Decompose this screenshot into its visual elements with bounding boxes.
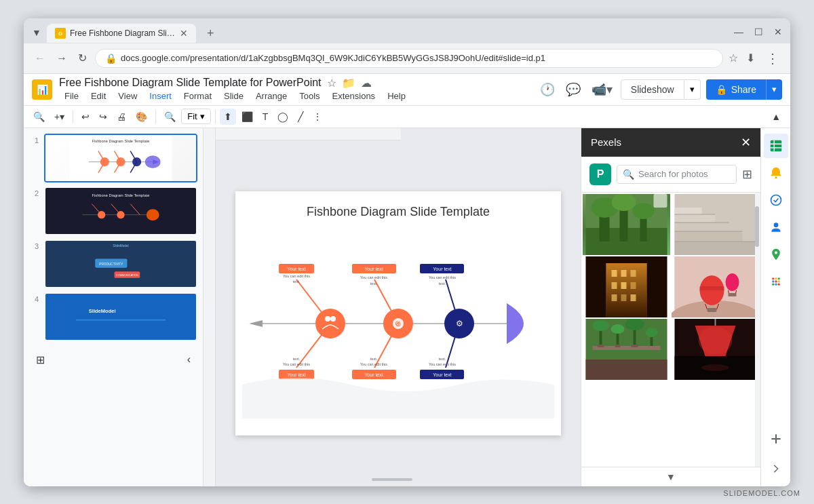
pexels-photo-3[interactable] [583, 256, 670, 317]
right-icon-chevron[interactable] [764, 457, 788, 481]
slides-toolbar: 🔍 +▾ ↩ ↪ 🖨 🎨 🔍 Fit ▾ ⬆ ⬛ T ◯ ╱ ⋮ ▲ [24, 106, 790, 128]
fit-dropdown[interactable]: Fit ▾ [181, 109, 210, 124]
print-btn[interactable]: 🖨 [113, 109, 130, 125]
bookmark-btn[interactable]: ☆ [729, 52, 738, 64]
more-btn[interactable]: ⋮ [763, 47, 782, 69]
right-icon-tasks[interactable] [764, 188, 788, 212]
slide-panel: 1 Fishbone Diagram Slide Template [24, 128, 204, 486]
svg-text:You can edit this: You can edit this [360, 362, 387, 366]
forward-btn[interactable]: → [54, 51, 70, 66]
svg-point-13 [145, 155, 161, 168]
svg-text:text.: text. [439, 357, 446, 361]
collapse-btn[interactable]: ▲ [767, 109, 785, 125]
slide-preview-3[interactable]: SlideModel PRODUCTIVITY COMMUNICATION [44, 239, 197, 288]
pexels-scrollbar-thumb[interactable] [755, 206, 759, 247]
slideshow-dropdown-btn[interactable]: ▾ [684, 79, 701, 100]
slideshow-btn[interactable]: Slideshow [621, 79, 684, 100]
pexels-title: Pexels [591, 136, 621, 148]
right-icon-add[interactable] [764, 427, 788, 451]
select-btn[interactable]: ⬛ [237, 109, 257, 125]
toolbar-sep-1 [73, 110, 73, 123]
svg-rect-114 [729, 293, 737, 296]
pexels-photo-1[interactable] [583, 194, 670, 255]
menu-arrange[interactable]: Arrange [250, 90, 292, 102]
svg-rect-127 [598, 345, 604, 347]
zoom-out-btn[interactable]: 🔍 [29, 109, 49, 125]
slides-title-area: Free Fishbone Diagram Slide Template for… [59, 77, 530, 102]
pexels-search-input[interactable]: 🔍 Search for photos [617, 165, 737, 184]
grid-view-btn[interactable]: ⊞ [32, 351, 49, 369]
undo-btn[interactable]: ↩ [77, 109, 94, 125]
cloud-icon[interactable]: ☁ [361, 77, 372, 90]
paint-btn[interactable]: 🎨 [132, 109, 151, 125]
pexels-scrollbar[interactable] [755, 193, 760, 467]
menu-tools[interactable]: Tools [294, 90, 325, 102]
cursor-btn[interactable]: ⬆ [220, 109, 236, 125]
svg-text:Your text: Your text [364, 372, 383, 377]
redo-btn[interactable]: ↪ [95, 109, 111, 125]
scroll-down-icon[interactable]: ▼ [666, 471, 676, 482]
pexels-photo-2[interactable] [672, 194, 759, 255]
share-dropdown-btn[interactable]: ▾ [766, 79, 782, 100]
search-icon: 🔍 [623, 169, 634, 180]
slide-preview-4[interactable]: SlideModel [44, 292, 197, 341]
pexels-photo-4[interactable] [672, 256, 759, 317]
star-icon[interactable]: ☆ [327, 77, 336, 90]
menu-insert[interactable]: Insert [144, 90, 177, 102]
window-close-btn[interactable]: ✕ [774, 26, 782, 37]
photo-5-img [583, 319, 670, 380]
window-maximize-btn[interactable]: ☐ [754, 26, 763, 37]
pexels-close-btn[interactable]: ✕ [741, 135, 751, 150]
history-btn[interactable]: 🕐 [537, 79, 558, 100]
svg-rect-101 [612, 294, 617, 301]
pexels-scroll-more[interactable]: ▼ [581, 467, 760, 486]
pexels-view-toggle-btn[interactable]: ⊞ [742, 167, 752, 182]
address-field[interactable]: 🔒 docs.google.com/presentation/d/1aKzgbb… [95, 49, 723, 68]
menu-slide[interactable]: Slide [218, 90, 249, 102]
more-apps-icon [769, 275, 783, 288]
nav-back-btn[interactable]: ▼ [32, 27, 41, 37]
right-toolbar [760, 128, 790, 486]
right-icon-sheets[interactable] [764, 134, 788, 158]
zoom-btn[interactable]: 🔍 [160, 109, 180, 125]
tab-close-btn[interactable]: ✕ [180, 28, 188, 38]
svg-point-80 [633, 203, 655, 219]
menu-format[interactable]: Format [178, 90, 217, 102]
text-btn[interactable]: T [258, 109, 273, 125]
menu-extensions[interactable]: Extensions [327, 90, 381, 102]
present-btn[interactable]: 📹▾ [589, 79, 615, 100]
svg-text:Fishbone Diagram Slide Templat: Fishbone Diagram Slide Template [92, 139, 150, 143]
svg-text:⚙: ⚙ [456, 319, 463, 328]
menu-edit[interactable]: Edit [85, 90, 111, 102]
slide-preview-1[interactable]: Fishbone Diagram Slide Template [44, 134, 197, 182]
menu-help[interactable]: Help [382, 90, 411, 102]
browser-tab-active[interactable]: G Free Fishbone Diagram Slide Te... ✕ [47, 24, 196, 43]
right-icon-maps[interactable] [764, 242, 788, 267]
right-icon-bell[interactable] [764, 161, 788, 185]
line-btn[interactable]: ╱ [294, 109, 307, 125]
comment-btn[interactable]: 💬 [563, 79, 583, 100]
slide-preview-2[interactable]: Fishbone Diagram Slide Template [44, 187, 197, 235]
folder-icon[interactable]: 📁 [342, 77, 355, 90]
window-controls: — ☐ ✕ [734, 26, 782, 40]
slide-canvas-title: Fishbone Diagram Slide Template [235, 191, 561, 226]
new-tab-btn[interactable]: + [201, 24, 220, 43]
pexels-photo-6[interactable] [672, 319, 759, 380]
shape-btn[interactable]: ◯ [273, 109, 292, 125]
right-icon-more[interactable] [764, 269, 788, 294]
downloads-btn[interactable]: ⬇ [743, 49, 758, 67]
slide-thumb-3: 3 SlideModel PRODUCTIVITY COMMUNICATION [29, 239, 197, 288]
collapse-panel-btn[interactable]: ‹ [183, 351, 195, 368]
pexels-photo-5[interactable] [583, 319, 670, 380]
back-btn[interactable]: ← [32, 51, 48, 66]
add-btn[interactable]: +▾ [50, 109, 69, 125]
refresh-btn[interactable]: ↻ [75, 50, 90, 66]
pexels-sidebar: Pexels ✕ P 🔍 Search for photos ⊞ [581, 128, 760, 486]
menu-file[interactable]: File [59, 90, 84, 102]
svg-text:⚙: ⚙ [395, 319, 402, 327]
menu-view[interactable]: View [113, 90, 142, 102]
right-icon-contacts[interactable] [764, 215, 788, 239]
more-tools-btn[interactable]: ⋮ [309, 109, 326, 125]
window-minimize-btn[interactable]: — [734, 26, 743, 37]
share-btn[interactable]: 🔒 Share [706, 79, 766, 100]
